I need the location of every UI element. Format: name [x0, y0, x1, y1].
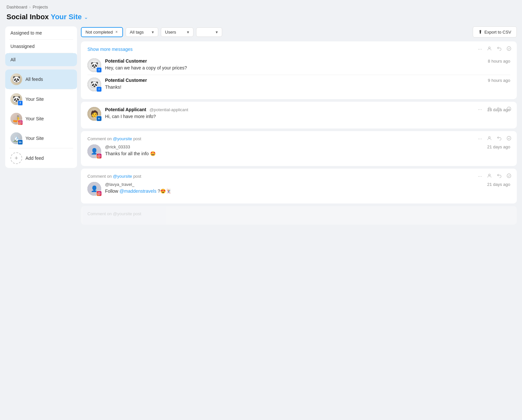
sidebar-item-unassigned[interactable]: Unassigned: [5, 40, 77, 53]
card-2-more-icon[interactable]: ···: [478, 107, 482, 112]
breadcrumb-projects[interactable]: Projects: [33, 5, 48, 9]
feed-badge-facebook: f: [18, 100, 23, 106]
msg-header-1-2: Potential Customer 9 hours ago: [105, 78, 510, 83]
message-entry-3-1: 👤 @rick_03333 21 days ago Thanks for all…: [87, 144, 510, 161]
comment-mention-4[interactable]: @yoursite: [113, 174, 132, 179]
msg-content-1-1: Potential Customer 8 hours ago Hey, can …: [105, 58, 510, 71]
sidebar-label-all-feeds: All feeds: [25, 77, 43, 82]
comment-label-4: Comment on @yoursite post: [87, 174, 510, 179]
comment-label-text-3: Comment on: [87, 136, 112, 141]
msg-handle-4-1: @lavya_travel_: [105, 182, 134, 187]
msg-time-1-2: 9 hours ago: [488, 78, 510, 83]
breadcrumb-dashboard[interactable]: Dashboard: [7, 5, 27, 9]
card-1-more-icon[interactable]: ···: [478, 47, 482, 52]
card-3-assign-icon[interactable]: [487, 136, 492, 142]
sidebar-label-your-site-ig: Your Site: [25, 116, 44, 121]
card-1-complete-icon[interactable]: [506, 46, 512, 52]
card-4-assign-icon[interactable]: [487, 173, 492, 179]
comment-text-5: Comment on @yoursite post: [87, 211, 141, 216]
svg-rect-9: [98, 155, 100, 158]
show-more-messages-link[interactable]: Show more messages: [87, 47, 133, 52]
msg-content-1-2: Potential Customer 9 hours ago Thanks!: [105, 78, 510, 91]
filter-bar: Not completed × All tags ▾ Users ▾ ▾ ⬆: [81, 26, 517, 38]
svg-point-12: [488, 174, 490, 176]
comment-suffix-3: post: [133, 136, 141, 141]
message-entry-1-2: 🐼 f Potential Customer 9 hours ago Thank…: [87, 75, 510, 94]
card-3-reply-icon[interactable]: [497, 136, 502, 142]
sidebar-label-unassigned: Unassigned: [10, 44, 35, 49]
msg-avatar-3-1: 👤: [87, 144, 101, 158]
msg-time-1-1: 8 hours ago: [488, 59, 510, 64]
message-card-4: ··· Comment on @: [81, 169, 517, 203]
msg-content-4-1: @lavya_travel_ 21 days ago Follow @madde…: [105, 182, 510, 195]
comment-label-text-4: Comment on: [87, 174, 112, 179]
msg-content-3-1: @rick_03333 21 days ago Thanks for all t…: [105, 144, 510, 157]
comment-label-3: Comment on @yoursite post: [87, 136, 510, 141]
card-2-reply-icon[interactable]: [497, 106, 502, 112]
msg-header-2-1: Potential Applicant @potential-applicant…: [105, 107, 510, 112]
card-2-assign-icon[interactable]: [487, 106, 492, 112]
export-label: Export to CSV: [484, 30, 511, 35]
sidebar-label-assigned: Assigned to me: [10, 30, 42, 36]
site-dropdown-chevron[interactable]: ⌄: [84, 14, 88, 20]
card-3-more-icon[interactable]: ···: [478, 136, 482, 142]
breadcrumb: Dashboard › Projects: [0, 0, 522, 11]
breadcrumb-separator: ›: [29, 5, 31, 9]
sidebar-item-your-site-li[interactable]: 🏔️ in Your Site: [5, 128, 77, 148]
status-filter-label: Not completed: [85, 30, 113, 35]
msg-time-3-1: 21 days ago: [487, 144, 510, 149]
msg-mention-maddenstravels[interactable]: @maddenstravels: [119, 188, 156, 194]
add-feed-icon: +: [10, 152, 22, 164]
sidebar-item-add-feed[interactable]: + Add feed: [5, 148, 77, 168]
status-filter-close[interactable]: ×: [115, 30, 118, 34]
sidebar-item-assigned-to-me[interactable]: Assigned to me: [5, 26, 77, 39]
content-area: Not completed × All tags ▾ Users ▾ ▾ ⬆: [81, 26, 517, 415]
sidebar-item-your-site-fb[interactable]: 🐼 f Your Site: [5, 89, 77, 109]
msg-badge-li-2-1: in: [96, 116, 102, 121]
sidebar-item-all[interactable]: All: [5, 53, 77, 66]
extra-dropdown-arrow: ▾: [216, 30, 218, 35]
page-title-static: Social Inbox: [7, 13, 49, 21]
card-1-reply-icon[interactable]: [497, 46, 502, 52]
card-2-complete-icon[interactable]: [506, 106, 512, 112]
page-title-site[interactable]: Your Site: [51, 13, 82, 21]
card-1-assign-icon[interactable]: [487, 46, 492, 52]
card-4-complete-icon[interactable]: [506, 173, 512, 179]
tags-dropdown-arrow: ▾: [152, 30, 154, 35]
msg-header-3-1: @rick_03333 21 days ago: [105, 144, 510, 149]
msg-avatar-1-1: 🐼 f: [87, 58, 101, 72]
sidebar-item-all-feeds[interactable]: 🐼 All feeds: [5, 69, 77, 89]
msg-avatar-1-2: 🐼 f: [87, 78, 101, 91]
sidebar-label-your-site-fb: Your Site: [25, 97, 44, 102]
svg-point-7: [488, 137, 490, 138]
feed-avatar-li: 🏔️ in: [10, 132, 22, 144]
users-filter-dropdown[interactable]: Users ▾: [161, 27, 193, 37]
msg-text-1-1: Hey, can we have a copy of your prices?: [105, 65, 510, 71]
export-csv-button[interactable]: ⬆ Export to CSV: [473, 26, 517, 38]
svg-point-8: [507, 136, 511, 140]
msg-sender-2-1: Potential Applicant: [105, 107, 146, 112]
svg-point-5: [488, 107, 490, 109]
svg-point-6: [507, 107, 511, 111]
status-filter-tag[interactable]: Not completed ×: [81, 27, 123, 37]
svg-point-4: [507, 47, 511, 51]
msg-badge-fb-1-1: f: [96, 67, 102, 73]
msg-handle-3-1: @rick_03333: [105, 144, 130, 149]
msg-header-1-1: Potential Customer 8 hours ago: [105, 58, 510, 64]
card-4-more-icon[interactable]: ···: [478, 174, 482, 179]
all-feeds-avatar: 🐼: [10, 73, 22, 85]
sidebar-item-your-site-ig[interactable]: 🤳 Your Site: [5, 109, 77, 128]
msg-sender-handle-group: Potential Applicant @potential-applicant: [105, 107, 188, 112]
svg-rect-14: [98, 192, 100, 195]
card-2-actions: ···: [478, 106, 512, 112]
sidebar-label-all: All: [10, 57, 16, 62]
message-card-1: ··· Show more messages: [81, 41, 517, 99]
comment-mention-3[interactable]: @yoursite: [113, 136, 132, 141]
tags-filter-dropdown[interactable]: All tags ▾: [126, 27, 158, 37]
svg-point-3: [488, 47, 490, 49]
card-4-reply-icon[interactable]: [497, 173, 502, 179]
card-3-complete-icon[interactable]: [506, 136, 512, 142]
msg-text-3-1: Thanks for all the info 🤩: [105, 151, 510, 157]
extra-filter-dropdown[interactable]: ▾: [196, 27, 222, 37]
message-card-2: ··· 🧑 in: [81, 102, 517, 128]
